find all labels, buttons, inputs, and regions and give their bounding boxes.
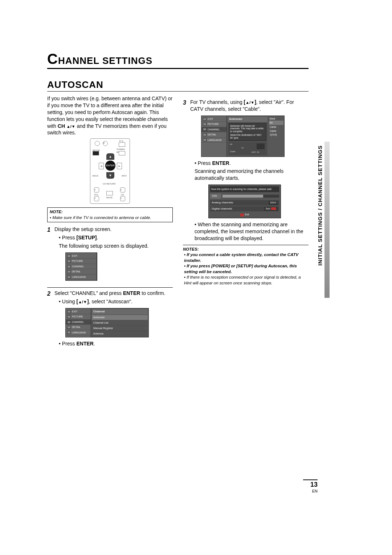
osd-g-air: Air: [230, 143, 232, 146]
osd-scanning-box: Now the system is scanning for channels,…: [208, 185, 281, 218]
scan-row-val: 10ch: [269, 201, 278, 205]
osd-item: CHANNEL: [201, 127, 226, 132]
osd-item-label: EXIT: [72, 310, 78, 313]
remote-mute-label: MUTE: [106, 196, 113, 199]
step-1-bullet-a: Press: [62, 235, 77, 240]
osd-autoscan-screen: EXIT PICTURE CHANNEL DETAIL LANGUAGE Aut…: [201, 116, 285, 157]
notes-list: If you connect a cable system directly, …: [183, 252, 309, 286]
osd-item-label: DETAIL: [72, 270, 81, 273]
remote-ch-up: ▵: [120, 187, 125, 193]
remote-minus-btn: [95, 141, 100, 146]
osd-g-ant: ANT. IN: [252, 151, 259, 154]
remote-setup-btn: [93, 151, 99, 155]
scan-row: Analog channels 10ch: [210, 200, 279, 206]
remote-vol-label: VOL.: [94, 193, 99, 196]
remote-eq-label: E.Q.: [119, 139, 124, 142]
osd-item: EXIT: [201, 117, 226, 122]
osd-sidebar: EXIT PICTURE CHANNEL DETAIL LANGUAGE: [66, 308, 91, 337]
step-2-num: 2: [47, 290, 52, 349]
step-3-line2: Scanning and memorizing the channels aut…: [190, 168, 309, 182]
osd-item: DETAIL: [66, 269, 97, 274]
osd-item: PICTURE: [66, 314, 91, 319]
osd-main: Channel Autoscan Channel List Manual Reg…: [91, 308, 148, 337]
scan-exit-label: Exit: [245, 213, 249, 216]
detail-icon: [67, 270, 71, 273]
osd-g-or: Or: [241, 146, 244, 149]
remote-ch-label: CH: [121, 193, 124, 196]
updown-icon: [245, 99, 254, 105]
osd-r-air: Air: [269, 121, 283, 125]
step-3-l1bold: []: [244, 99, 256, 105]
osd-item-label: PICTURE: [208, 122, 219, 126]
osd-graphic: Air Cable Or ANT. IN: [228, 142, 267, 155]
osd-info2: Select the destination of "ANT. IN" jack…: [230, 134, 265, 139]
channel-icon: [203, 128, 207, 131]
manual-page: CHANNEL SETTINGS AUTOSCAN If you switch …: [47, 51, 309, 349]
updown-icon: [66, 123, 75, 129]
right-column: 3 For TV channels, using [], select "Air…: [183, 95, 309, 349]
notes-block: NOTES: If you connect a cable system dir…: [183, 245, 309, 286]
scan-exit: Exit: [210, 213, 279, 216]
picture-icon: [67, 315, 71, 318]
step-3-num: 3: [183, 99, 188, 243]
osd-item-label: PICTURE: [72, 259, 83, 263]
scan-msg: Now the system is scanning for channels,…: [210, 186, 279, 192]
chapter-rest: HANNEL SETTINGS: [58, 55, 152, 66]
step-3-closing: When the scanning and memorizing are com…: [190, 221, 309, 242]
osd-item: DETAIL: [66, 325, 91, 330]
remote-vol-down: ▿: [94, 196, 99, 201]
step-2-line1: Select "CHANNEL" and press ENTER to conf…: [54, 290, 173, 297]
picture-icon: [67, 260, 71, 263]
step-2-after-a: Press: [62, 341, 77, 347]
step-3: 3 For TV channels, using [], select "Air…: [183, 99, 309, 243]
step-1-line1: Display the setup screen.: [54, 226, 173, 233]
scan-progress-row: 72%: [210, 194, 279, 199]
scan-progress-bar: [222, 195, 279, 198]
chapter-first-letter: C: [47, 51, 58, 67]
channel-icon: [67, 321, 71, 324]
osd-item: EXIT: [66, 309, 91, 314]
scan-row: Digital channels 5ch: [210, 206, 279, 212]
scan-progress-fill: [222, 195, 263, 198]
updown-icon: [78, 299, 87, 304]
dpad-left: ◄: [99, 163, 104, 169]
step-3-bbold: ENTER: [212, 160, 229, 166]
remote-ch-down: ▿: [120, 196, 125, 201]
osd-item: DETAIL: [201, 132, 226, 137]
step-2-bbold: []: [76, 299, 89, 304]
remote-illustration: 0 E.Q. SETUP SCREEN MODE ▲ ▼ ◄ ► ENTER B…: [90, 138, 130, 204]
chapter-heading: CHANNEL SETTINGS: [47, 51, 309, 69]
osd-item-label: CHANNEL: [72, 320, 84, 324]
notes-head: NOTES:: [183, 247, 309, 252]
step-2-bb: , select "Autoscan".: [89, 299, 132, 304]
osd-item: CHANNEL: [66, 320, 91, 325]
osd-item: PICTURE: [66, 259, 97, 264]
osd-g-cable: Cable: [230, 150, 236, 153]
detail-icon: [67, 326, 71, 329]
intro-ch-label: CH: [58, 123, 66, 129]
intro-ch-bold: CH: [58, 123, 75, 129]
osd-item-label: EXIT: [72, 254, 78, 258]
step-1-bullet-b: .: [97, 235, 98, 240]
dtv-icon: [271, 207, 276, 210]
remote-vol-up: ▵: [94, 187, 99, 193]
step-3-bullet: Press ENTER.: [190, 160, 309, 167]
remote-mute-btn: [106, 191, 113, 195]
scan-row-label: Analog channels: [212, 201, 233, 205]
osd-item-label: DETAIL: [72, 325, 81, 329]
step-2-l1b: to confirm.: [140, 290, 165, 296]
osd-item-label: LANGUAGE: [72, 331, 86, 334]
osd-sidebar: EXIT PICTURE CHANNEL DETAIL LANGUAGE: [201, 116, 227, 157]
osd-info1: Autoscan will rescan all channels. This …: [230, 125, 265, 133]
step-2-body: Select "CHANNEL" and press ENTER to conf…: [54, 290, 173, 349]
osd-item: LANGUAGE: [66, 330, 91, 335]
osd-item-label: DETAIL: [208, 133, 216, 136]
osd-item-label: LANGUAGE: [208, 138, 222, 142]
step-1-bullet-bold: [SETUP]: [76, 235, 97, 240]
notes-item: If you connect a cable system directly, …: [184, 252, 309, 263]
step-1-num: 1: [47, 226, 52, 284]
section-heading: AUTOSCAN: [47, 79, 309, 92]
dpad-enter: ENTER: [105, 161, 115, 171]
step-2-l1a: Select "CHANNEL" and press: [54, 290, 123, 296]
osd-opt: Autoscan: [92, 315, 148, 320]
